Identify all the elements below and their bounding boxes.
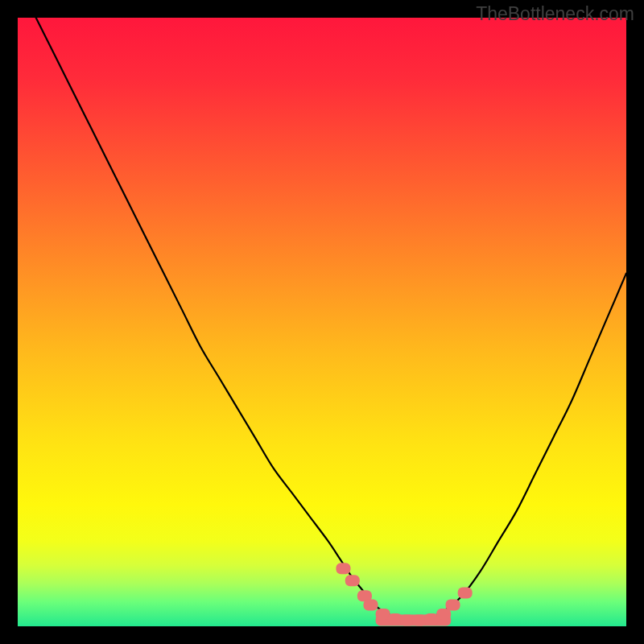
marker-point <box>458 587 473 598</box>
watermark-text: TheBottleneck.com <box>476 3 634 25</box>
gradient-background <box>18 18 626 626</box>
marker-point <box>363 600 378 611</box>
plot-area <box>18 18 626 626</box>
marker-point <box>336 563 350 574</box>
bottleneck-chart <box>18 18 626 626</box>
chart-frame: TheBottleneck.com <box>0 0 644 644</box>
marker-point <box>446 600 460 611</box>
marker-point <box>345 575 360 586</box>
